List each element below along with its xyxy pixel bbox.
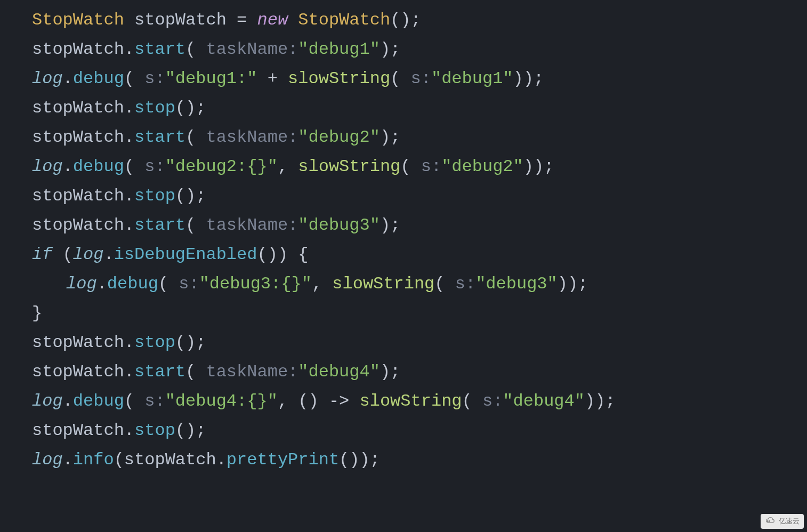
code-token: . bbox=[63, 450, 73, 470]
code-token: , bbox=[278, 157, 298, 176]
svg-point-1 bbox=[769, 521, 770, 522]
code-token: ()); bbox=[339, 450, 380, 470]
code-token: . bbox=[63, 157, 73, 176]
code-token: ( bbox=[462, 391, 472, 411]
code-token: slowString bbox=[298, 157, 400, 176]
code-token: = bbox=[227, 10, 257, 30]
code-token: ( bbox=[124, 157, 134, 176]
code-line: log.debug( s:"debug2:{}", slowString( s:… bbox=[32, 152, 807, 181]
code-line: log.info(stopWatch.prettyPrint()); bbox=[32, 445, 807, 474]
code-token: . bbox=[216, 450, 227, 470]
code-token: "debug3" bbox=[475, 274, 558, 294]
code-token: stopWatch bbox=[32, 362, 124, 382]
code-token: slowString bbox=[332, 274, 434, 294]
code-token: stopWatch bbox=[32, 127, 124, 147]
code-token: . bbox=[97, 274, 107, 294]
code-token: . bbox=[124, 186, 134, 206]
code-token: . bbox=[103, 245, 114, 264]
code-token: "debug4" bbox=[298, 362, 380, 382]
code-token: slowString bbox=[360, 391, 462, 411]
code-token: . bbox=[124, 98, 134, 118]
code-block: StopWatch stopWatch = new StopWatch();st… bbox=[0, 0, 807, 474]
code-token bbox=[124, 10, 134, 30]
code-token: log bbox=[32, 450, 63, 470]
code-token: StopWatch bbox=[32, 10, 124, 30]
code-token: stopWatch bbox=[134, 10, 227, 30]
code-token: "debug4" bbox=[503, 391, 585, 411]
code-token: log bbox=[32, 69, 63, 88]
code-token: ( bbox=[185, 127, 196, 147]
code-token: s: bbox=[134, 157, 165, 176]
code-line: stopWatch.start( taskName:"debug2"); bbox=[32, 123, 807, 152]
code-token: ( bbox=[158, 274, 168, 294]
code-token: (); bbox=[390, 10, 421, 30]
code-token: "debug2" bbox=[441, 157, 523, 176]
code-token: s: bbox=[134, 69, 165, 88]
code-token: stopWatch bbox=[32, 186, 124, 206]
watermark-badge: 亿速云 bbox=[761, 514, 804, 529]
code-token: . bbox=[124, 39, 134, 59]
code-token: s: bbox=[445, 274, 476, 294]
code-token: ); bbox=[380, 362, 400, 382]
code-token: stop bbox=[134, 421, 175, 440]
code-token: s: bbox=[168, 274, 199, 294]
code-token: ( bbox=[400, 157, 410, 176]
code-token: ( bbox=[390, 69, 400, 88]
code-token: StopWatch bbox=[298, 10, 390, 30]
code-token: . bbox=[124, 127, 134, 147]
code-token: info bbox=[73, 450, 114, 470]
code-token: , () -> bbox=[278, 391, 360, 411]
code-token: + bbox=[257, 69, 288, 88]
code-token: taskName: bbox=[196, 215, 298, 235]
code-token: . bbox=[124, 362, 134, 382]
code-line: stopWatch.start( taskName:"debug1"); bbox=[32, 35, 807, 64]
code-token: stopWatch bbox=[32, 333, 124, 352]
code-token: log bbox=[32, 391, 63, 411]
code-token: stopWatch bbox=[32, 39, 124, 59]
code-token: new bbox=[257, 10, 288, 30]
watermark-label: 亿速云 bbox=[779, 517, 800, 526]
code-line: log.debug( s:"debug1:" + slowString( s:"… bbox=[32, 64, 807, 93]
code-token: stopWatch bbox=[32, 98, 124, 118]
code-token: debug bbox=[73, 69, 124, 88]
code-token: log bbox=[73, 245, 104, 264]
code-token: if bbox=[32, 245, 52, 264]
code-line: } bbox=[32, 299, 807, 328]
code-line: stopWatch.start( taskName:"debug4"); bbox=[32, 357, 807, 386]
code-token: . bbox=[124, 421, 134, 440]
code-token: debug bbox=[73, 391, 124, 411]
code-token: . bbox=[63, 69, 73, 88]
code-token: start bbox=[134, 39, 185, 59]
code-token: ); bbox=[380, 215, 400, 235]
code-token: stopWatch bbox=[32, 421, 124, 440]
code-line: stopWatch.stop(); bbox=[32, 181, 807, 211]
code-token: taskName: bbox=[196, 362, 298, 382]
code-token: ( bbox=[124, 391, 134, 411]
code-token: , bbox=[312, 274, 332, 294]
code-line: stopWatch.start( taskName:"debug3"); bbox=[32, 211, 807, 240]
code-token: stop bbox=[134, 98, 175, 118]
code-token: stopWatch bbox=[32, 215, 124, 235]
code-token: (); bbox=[175, 333, 206, 352]
code-token: ( bbox=[124, 69, 134, 88]
code-token: (); bbox=[175, 186, 206, 206]
code-token: s: bbox=[472, 391, 503, 411]
code-token: stop bbox=[134, 333, 175, 352]
code-token: stop bbox=[134, 186, 175, 206]
code-token: ( bbox=[114, 450, 124, 470]
code-token: "debug4:{}" bbox=[165, 391, 278, 411]
code-token: s: bbox=[411, 157, 442, 176]
code-token: (); bbox=[175, 98, 206, 118]
code-line: stopWatch.stop(); bbox=[32, 416, 807, 445]
code-token: prettyPrint bbox=[227, 450, 339, 470]
code-token: ( bbox=[185, 39, 196, 59]
code-token: ( bbox=[52, 245, 72, 264]
code-token: ); bbox=[380, 127, 400, 147]
code-token: debug bbox=[73, 157, 124, 176]
code-token: s: bbox=[134, 391, 165, 411]
code-token: isDebugEnabled bbox=[114, 245, 257, 264]
code-token: taskName: bbox=[196, 127, 298, 147]
code-token: start bbox=[134, 215, 185, 235]
code-line: stopWatch.stop(); bbox=[32, 328, 807, 357]
code-token: ); bbox=[380, 39, 400, 59]
